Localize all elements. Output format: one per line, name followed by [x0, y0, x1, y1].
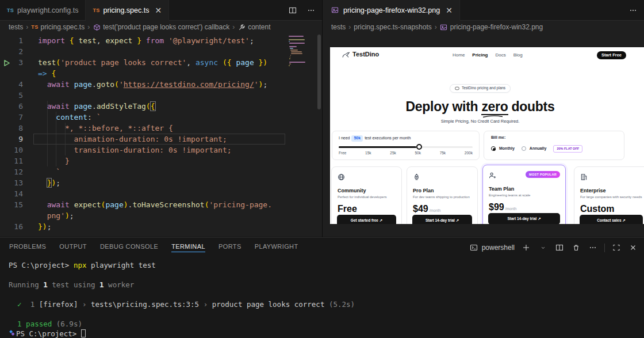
plan-name: Community [338, 188, 396, 194]
code-line[interactable]: 12 ` [0, 166, 322, 177]
breadcrumb-item[interactable]: tests [9, 23, 23, 31]
tab-pricing-page-png[interactable]: pricing-page-firefox-win32.png ✕ [323, 0, 460, 21]
breadcrumb-item[interactable]: TSpricing.spec.ts [31, 23, 85, 31]
trash-icon[interactable] [571, 242, 581, 253]
close-icon[interactable] [628, 242, 638, 253]
breadcrumb-item[interactable]: pricing.spec.ts-snapshots [354, 23, 431, 31]
image-preview-canvas[interactable]: TestDino HomePricingDocsBlog Start Free … [323, 33, 644, 237]
breadcrumb-separator: › [87, 23, 90, 31]
tab-pricing-spec-ts[interactable]: TSpricing.spec.ts✕ [86, 0, 169, 21]
billing-card: Bill me: MonthlyAnnually20% FLAT OFF [484, 131, 624, 160]
panel-tab-debug-console[interactable]: DEBUG CONSOLE [100, 243, 158, 252]
radio-label: Monthly [499, 146, 515, 151]
plan-description: For dev teams shipping to production [413, 195, 471, 200]
prompt-diamonds-icon [9, 329, 16, 338]
code-line[interactable]: 13 }); [0, 177, 322, 188]
code-line[interactable]: 11 } [0, 155, 322, 166]
terminal-output[interactable]: PS C:\project> npx playwright testRunnin… [0, 257, 644, 338]
terminal-line [9, 309, 644, 319]
slider-tick: Free [339, 151, 346, 155]
plan-name: Team Plan [489, 186, 559, 192]
line-number: 10 [0, 145, 23, 155]
panel-tab-output[interactable]: OUTPUT [59, 243, 87, 252]
maximize-panel-icon[interactable] [611, 242, 622, 253]
code-line[interactable]: 4 await page.goto('https://testdino.com/… [0, 79, 322, 90]
flat-off-badge: 20% FLAT OFF [553, 145, 582, 153]
plan-cta-button: Get started free ↗ [337, 215, 396, 224]
panel-header: PROBLEMSOUTPUTDEBUG CONSOLETERMINALPORTS… [0, 238, 644, 257]
code-line[interactable]: 3test('product page looks correct', asyn… [0, 57, 322, 68]
minimap-line [289, 36, 304, 37]
panel-tab-ports[interactable]: PORTS [218, 243, 241, 252]
ts-file-icon: TS [7, 7, 14, 13]
code-line[interactable]: 7 content: ` [0, 112, 322, 123]
code-line[interactable]: 1import { test, expect } from '@playwrig… [0, 35, 322, 46]
line-number: 1 [0, 35, 23, 46]
terminal-line: Running 1 test using 1 worker [9, 280, 644, 290]
symbol-cube-icon [93, 22, 101, 32]
split-terminal-icon[interactable] [554, 242, 565, 253]
building-icon [580, 172, 642, 184]
site-nav-pricing: Pricing [472, 52, 488, 58]
line-number: 12 [0, 166, 23, 177]
shell-label: powershell [482, 244, 515, 252]
plan-price: $99 /month [489, 202, 559, 213]
badge-chip-icon [455, 86, 459, 90]
slider-tick: 200k [465, 151, 473, 155]
slider-value-pill: 50k [351, 135, 363, 142]
line-number: 14 [0, 188, 23, 199]
code-line[interactable]: 15 await expect(page).toHaveScreenshot('… [0, 199, 322, 210]
code-editor[interactable]: 1import { test, expect } from '@playwrig… [0, 33, 322, 237]
panel-tab-problems[interactable]: PROBLEMS [9, 243, 46, 252]
panel-tab-terminal[interactable]: TERMINAL [171, 243, 205, 252]
plan-price: Custom [580, 203, 642, 215]
rocket-icon [413, 172, 471, 184]
plan-cta-button: Contact sales ↗ [580, 215, 643, 224]
terminal-line [9, 290, 644, 299]
tab-label: pricing-page-firefox-win32.png [343, 6, 440, 14]
plan-cta-button: Start 14-day trial ↗ [412, 215, 472, 224]
tab-playwright-config-ts[interactable]: TSplaywright.config.ts [0, 0, 86, 20]
panel-tab-playwright[interactable]: PLAYWRIGHT [255, 243, 298, 252]
close-icon[interactable]: ✕ [155, 6, 162, 14]
radio-annually [522, 146, 526, 151]
wrench-icon [237, 22, 246, 32]
breadcrumb-separator: › [26, 23, 28, 31]
slider-knob [416, 144, 422, 150]
breadcrumb-separator: › [348, 23, 351, 31]
line-number: 2 [0, 46, 23, 57]
shell-chip[interactable]: powershell [469, 242, 515, 253]
code-line[interactable]: 6 await page.addStyleTag({ [0, 101, 322, 112]
close-icon[interactable]: ✕ [446, 6, 453, 14]
plus-icon[interactable] [521, 242, 531, 253]
line-number: 6 [0, 101, 23, 112]
breadcrumb-separator: › [435, 23, 437, 31]
plan-card-team-plan: MOST POPULARTeam PlanEngineering teams a… [482, 165, 566, 224]
line-number: 5 [0, 90, 23, 101]
code-line[interactable]: 5 [0, 90, 322, 101]
code-line[interactable]: 16}); [0, 221, 322, 232]
chevron-down-icon[interactable] [538, 242, 548, 253]
split-editor-icon[interactable] [288, 5, 298, 16]
minimap[interactable] [289, 36, 315, 67]
breadcrumb-item[interactable]: content [237, 22, 270, 32]
terminal-line: 1 passed (6.9s) [9, 319, 644, 329]
code-line[interactable]: 2 [0, 46, 322, 57]
breadcrumb-item[interactable]: test('product page looks correct') callb… [93, 22, 229, 32]
breadcrumb-item[interactable]: tests [331, 23, 346, 31]
slider-tick: 25k [390, 151, 396, 155]
code-line[interactable]: 9 animation-duration: 0s !important; [0, 134, 322, 145]
code-line[interactable]: 8 *, *::before, *::after { [0, 123, 322, 134]
more-icon[interactable] [628, 5, 638, 16]
more-icon[interactable] [588, 242, 598, 253]
code-line[interactable]: => { [0, 68, 322, 79]
more-icon[interactable] [306, 5, 316, 16]
plan-cta-button: Start 14-day trial ↗ [488, 213, 560, 224]
code-line[interactable]: 14 [0, 188, 322, 199]
breadcrumb-item[interactable]: pricing-page-firefox-win32.png [440, 22, 543, 32]
code-line[interactable]: png'); [0, 210, 322, 221]
minimap-line [289, 43, 305, 44]
code-line[interactable]: 10 transition-duration: 0s !important; [0, 145, 322, 155]
image-preview-pane: pricing-page-firefox-win32.png ✕ tests›p… [322, 0, 644, 237]
editor-tab-bar: TSplaywright.config.tsTSpricing.spec.ts✕ [0, 0, 322, 21]
